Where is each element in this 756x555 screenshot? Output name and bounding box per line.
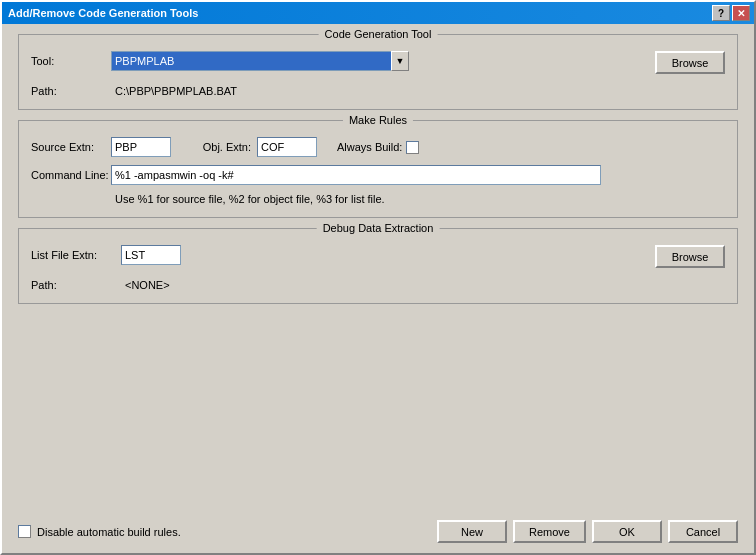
debug-data-legend: Debug Data Extraction (317, 222, 440, 234)
hint-text: Use %1 for source file, %2 for object fi… (115, 193, 725, 205)
bottom-left: Disable automatic build rules. (18, 525, 437, 538)
tool-dropdown-arrow[interactable]: ▼ (391, 51, 409, 71)
source-extn-input[interactable] (111, 137, 171, 157)
title-bar: Add/Remove Code Generation Tools ? ✕ (2, 2, 754, 24)
code-gen-tool-legend: Code Generation Tool (319, 28, 438, 40)
command-line-label: Command Line: (31, 169, 111, 181)
debug-path-row: Path: <NONE> (31, 279, 181, 291)
dialog-content: Code Generation Tool Tool: ▼ Path: C:\PB… (2, 24, 754, 514)
debug-path-label: Path: (31, 279, 121, 291)
bottom-bar: Disable automatic build rules. New Remov… (2, 514, 754, 553)
close-button[interactable]: ✕ (732, 5, 750, 21)
window-title: Add/Remove Code Generation Tools (8, 7, 199, 19)
make-rules-legend: Make Rules (343, 114, 413, 126)
always-build-checkbox[interactable] (406, 141, 419, 154)
source-extn-label: Source Extn: (31, 141, 111, 153)
debug-data-group: Debug Data Extraction List File Extn: Pa… (18, 228, 738, 304)
new-button[interactable]: New (437, 520, 507, 543)
disable-rules-label: Disable automatic build rules. (37, 526, 181, 538)
tool-label: Tool: (31, 55, 111, 67)
code-gen-tool-group: Code Generation Tool Tool: ▼ Path: C:\PB… (18, 34, 738, 110)
list-file-extn-label: List File Extn: (31, 249, 121, 261)
obj-extn-label: Obj. Extn: (191, 141, 251, 153)
title-bar-controls: ? ✕ (712, 5, 750, 21)
obj-extn-input[interactable] (257, 137, 317, 157)
remove-button[interactable]: Remove (513, 520, 586, 543)
help-button[interactable]: ? (712, 5, 730, 21)
always-build-label: Always Build: (337, 141, 402, 153)
disable-rules-checkbox[interactable] (18, 525, 31, 538)
extn-row: Source Extn: Obj. Extn: Always Build: (31, 137, 725, 157)
always-build-area: Always Build: (337, 141, 419, 154)
command-line-input[interactable] (111, 165, 601, 185)
tool-row: Tool: ▼ (31, 51, 409, 71)
browse-button-top[interactable]: Browse (655, 51, 725, 74)
bottom-buttons: New Remove OK Cancel (437, 520, 738, 543)
path-value: C:\PBP\PBPMPLAB.BAT (115, 85, 237, 97)
dialog-window: Add/Remove Code Generation Tools ? ✕ Cod… (0, 0, 756, 555)
tool-input[interactable] (111, 51, 391, 71)
list-file-row: List File Extn: (31, 245, 181, 265)
make-rules-group: Make Rules Source Extn: Obj. Extn: Alway… (18, 120, 738, 218)
debug-path-value: <NONE> (125, 279, 170, 291)
path-row: Path: C:\PBP\PBPMPLAB.BAT (31, 85, 409, 97)
browse-button-bottom[interactable]: Browse (655, 245, 725, 268)
ok-button[interactable]: OK (592, 520, 662, 543)
tool-combo-wrapper: ▼ (111, 51, 409, 71)
path-label: Path: (31, 85, 111, 97)
command-line-row: Command Line: (31, 165, 725, 185)
cancel-button[interactable]: Cancel (668, 520, 738, 543)
list-file-extn-input[interactable] (121, 245, 181, 265)
